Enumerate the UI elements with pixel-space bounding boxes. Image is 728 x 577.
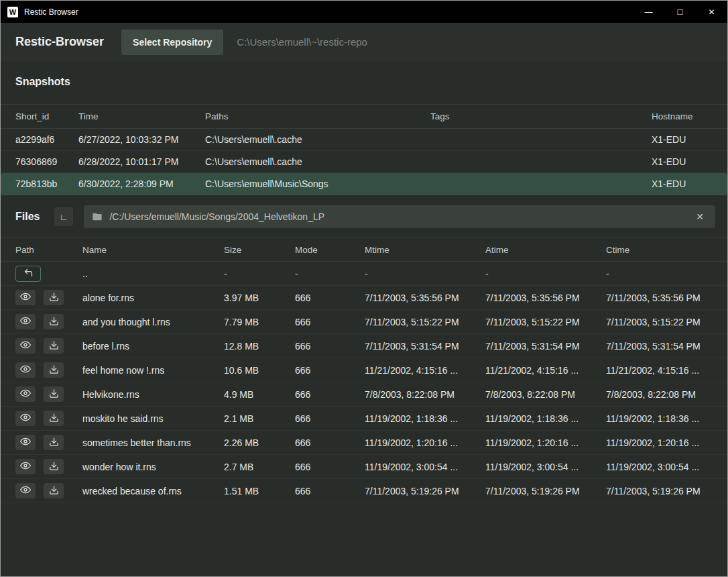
- snapshot-row[interactable]: a2299af6 6/27/2022, 10:03:32 PM C:\Users…: [1, 129, 727, 151]
- cell-size: 2.26 MB: [224, 437, 295, 448]
- cell-mode: 666: [295, 341, 365, 352]
- eye-icon: [20, 291, 31, 304]
- cell-name: wrecked because of.rns: [82, 486, 224, 496]
- download-icon: [49, 461, 59, 473]
- cell-name: and you thought l.rns: [82, 317, 224, 327]
- col-paths: Paths: [205, 111, 430, 121]
- file-row[interactable]: moskito he said.rns 2.1 MB 666 11/19/200…: [1, 407, 727, 431]
- preview-file-button[interactable]: [15, 483, 36, 499]
- cell-name: moskito he said.rns: [82, 413, 224, 424]
- download-icon: [49, 388, 59, 401]
- cell-size: 7.79 MB: [224, 317, 295, 327]
- titlebar[interactable]: W Restic Browser — □ ✕: [1, 1, 727, 23]
- app-title: Restic-Browser: [15, 35, 104, 49]
- cell-mode: 666: [295, 486, 365, 496]
- snapshots-table-header: Short_id Time Paths Tags Hostname: [1, 104, 727, 129]
- file-row[interactable]: Helvikone.rns 4.9 MB 666 7/8/2003, 8:22:…: [1, 382, 727, 407]
- download-file-button[interactable]: [44, 435, 64, 450]
- eye-icon: [20, 388, 31, 401]
- download-file-button[interactable]: [44, 338, 64, 354]
- files-nav-button[interactable]: ∟: [54, 207, 73, 226]
- cell-atime: 7/11/2003, 5:15:22 PM: [485, 317, 606, 327]
- cell-size: 2.1 MB: [224, 413, 295, 424]
- col-size: Size: [224, 245, 295, 255]
- snapshot-row[interactable]: 72b813bb 6/30/2022, 2:28:09 PM C:\Users\…: [1, 173, 727, 195]
- eye-icon: [20, 460, 31, 473]
- cell-size: 4.9 MB: [224, 389, 295, 400]
- eye-icon: [20, 315, 31, 328]
- file-row[interactable]: feel home now !.rns 10.6 MB 666 11/21/20…: [1, 358, 727, 382]
- col-mode: Mode: [295, 245, 365, 255]
- file-row[interactable]: before l.rns 12.8 MB 666 7/11/2003, 5:31…: [1, 334, 727, 358]
- snapshots-table: Short_id Time Paths Tags Hostname a2299a…: [1, 104, 727, 195]
- cell-name: sometimes better than.rns: [82, 437, 224, 448]
- cell-hostname: X1-EDU: [652, 178, 713, 189]
- preview-file-button[interactable]: [15, 362, 36, 378]
- file-row[interactable]: alone for.rns 3.97 MB 666 7/11/2003, 5:3…: [1, 286, 727, 310]
- cell-name: feel home now !.rns: [82, 365, 224, 376]
- parent-dir-row[interactable]: .. - - - - -: [1, 262, 727, 286]
- download-file-button[interactable]: [44, 459, 64, 474]
- cell-mode: 666: [295, 389, 365, 400]
- cell-size: 12.8 MB: [224, 341, 295, 352]
- col-tags: Tags: [430, 111, 652, 121]
- file-row[interactable]: wonder how it.rns 2.7 MB 666 11/19/2002,…: [1, 455, 727, 479]
- download-icon: [49, 316, 59, 328]
- file-row[interactable]: wrecked because of.rns 1.51 MB 666 7/11/…: [1, 479, 727, 503]
- cell-ctime: 11/19/2002, 1:18:36 ...: [606, 413, 713, 424]
- cell-mtime: 11/19/2002, 1:20:16 ...: [365, 437, 485, 448]
- cell-time: 6/28/2022, 10:01:17 PM: [78, 156, 205, 167]
- minimize-button[interactable]: —: [633, 1, 664, 23]
- download-file-button[interactable]: [44, 314, 64, 329]
- cell-atime: 11/21/2002, 4:15:16 ...: [485, 365, 606, 376]
- cell-paths: C:\Users\emuell\Music\Songs: [205, 178, 430, 189]
- close-button[interactable]: ✕: [696, 1, 727, 23]
- preview-file-button[interactable]: [15, 435, 36, 450]
- clear-path-icon[interactable]: ✕: [692, 209, 707, 224]
- select-repository-button[interactable]: Select Repository: [121, 30, 223, 55]
- maximize-button[interactable]: □: [664, 1, 696, 23]
- download-icon: [49, 485, 59, 497]
- preview-file-button[interactable]: [15, 386, 36, 402]
- preview-file-button[interactable]: [15, 459, 36, 474]
- app-header: Restic-Browser Select Repository C:\User…: [1, 23, 727, 61]
- cell-mtime: 7/11/2003, 5:35:56 PM: [365, 293, 485, 303]
- snapshot-row[interactable]: 76306869 6/28/2022, 10:01:17 PM C:\Users…: [1, 151, 727, 173]
- preview-file-button[interactable]: [15, 314, 36, 329]
- cell-mode: 666: [295, 413, 365, 424]
- download-file-button[interactable]: [44, 411, 64, 426]
- cell-mode: 666: [295, 462, 365, 472]
- file-row[interactable]: sometimes better than.rns 2.26 MB 666 11…: [1, 431, 727, 455]
- cell-ctime: 7/11/2003, 5:19:26 PM: [606, 486, 713, 496]
- cell-name: Helvikone.rns: [82, 389, 224, 400]
- download-file-button[interactable]: [44, 290, 64, 305]
- cell-mtime: -: [365, 268, 485, 279]
- cell-ctime: 7/11/2003, 5:35:56 PM: [606, 293, 713, 303]
- eye-icon: [20, 412, 31, 425]
- preview-file-button[interactable]: [15, 411, 36, 426]
- cell-ctime: -: [606, 268, 713, 279]
- app-logo-icon: W: [7, 7, 18, 17]
- download-file-button[interactable]: [44, 386, 64, 402]
- go-up-button[interactable]: [15, 266, 41, 282]
- cell-atime: 7/11/2003, 5:31:54 PM: [485, 341, 606, 352]
- cell-atime: 11/19/2002, 3:00:54 ...: [485, 462, 606, 472]
- cell-size: 2.7 MB: [224, 462, 295, 472]
- cell-time: 6/30/2022, 2:28:09 PM: [78, 178, 205, 189]
- file-row[interactable]: and you thought l.rns 7.79 MB 666 7/11/2…: [1, 310, 727, 334]
- col-path: Path: [15, 245, 82, 255]
- cell-short-id: 76306869: [15, 156, 78, 167]
- cell-hostname: X1-EDU: [652, 134, 713, 145]
- cell-mode: 666: [295, 317, 365, 327]
- cell-ctime: 11/19/2002, 3:00:54 ...: [606, 462, 713, 472]
- eye-icon: [20, 364, 31, 376]
- files-path-input[interactable]: /C:/Users/emuell/Music/Songs/2004_Helvet…: [84, 205, 715, 228]
- download-file-button[interactable]: [44, 483, 64, 499]
- cell-name: ..: [82, 268, 224, 279]
- cell-hostname: X1-EDU: [652, 156, 713, 167]
- preview-file-button[interactable]: [15, 338, 36, 354]
- cell-ctime: 7/11/2003, 5:15:22 PM: [606, 317, 713, 327]
- preview-file-button[interactable]: [15, 290, 36, 305]
- download-file-button[interactable]: [44, 362, 64, 378]
- cell-mtime: 7/8/2003, 8:22:08 PM: [365, 389, 485, 400]
